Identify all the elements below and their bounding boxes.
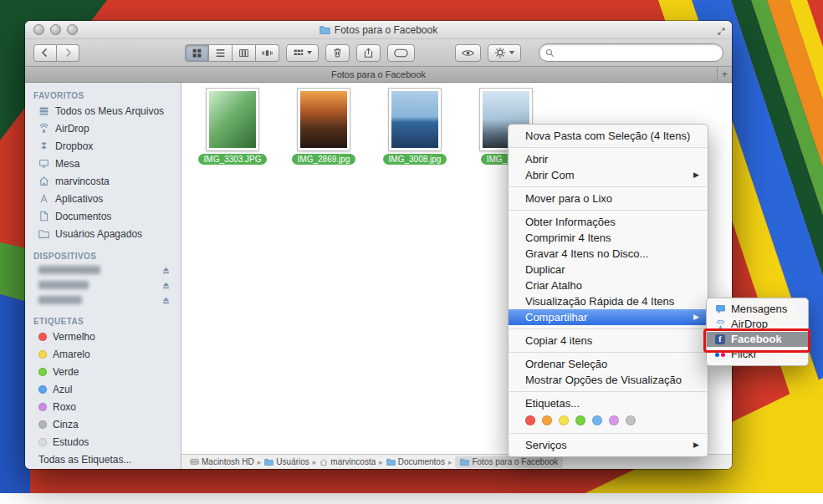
sidebar-item-mesa[interactable]: Mesa (25, 155, 181, 172)
sidebar-item-todos-os-meus-arquivos[interactable]: Todos os Meus Arquivos (25, 102, 181, 120)
breadcrumb-current-folder[interactable]: Fotos para o Facebook (455, 456, 563, 468)
tag-label: Roxo (53, 401, 76, 413)
fullscreen-button[interactable] (717, 24, 726, 39)
device-item-redacted[interactable] (25, 262, 181, 277)
submenu-arrow-icon: ▶ (693, 167, 699, 183)
zoom-button[interactable] (67, 24, 78, 35)
tag-dot-green[interactable] (575, 415, 585, 425)
menu-item-ordenar-selecao[interactable]: Ordenar Seleção (509, 356, 708, 372)
sidebar-item-usuarios-apagados[interactable]: Usuários Apagados (25, 225, 181, 242)
menu-item-abrir[interactable]: Abrir (509, 151, 708, 167)
menu-item-servicos[interactable]: Serviços▶ (509, 437, 708, 453)
quicklook-button[interactable] (455, 44, 481, 62)
menu-item-abrir-com[interactable]: Abrir Com▶ (509, 167, 708, 183)
breadcrumb-macintosh-hd[interactable]: Macintosh HD (190, 457, 254, 466)
file-item[interactable]: IMG_2869.jpg (296, 89, 351, 165)
tab-bar[interactable]: Fotos para o Facebook + (25, 67, 732, 83)
breadcrumb-usuarios[interactable]: Usuários (264, 457, 309, 466)
photo-thumbnail (298, 89, 350, 150)
eject-icon[interactable] (161, 266, 171, 275)
folder-icon (264, 458, 273, 466)
delete-button[interactable] (325, 44, 350, 62)
forward-button[interactable] (57, 44, 79, 62)
list-view-button[interactable] (209, 44, 233, 62)
applications-icon (38, 193, 49, 204)
device-item-redacted[interactable] (25, 293, 181, 308)
share-button[interactable] (356, 44, 381, 62)
menu-item-comprimir[interactable]: Comprimir 4 Itens (509, 230, 708, 246)
menu-item-mostrar-opcoes[interactable]: Mostrar Opções de Visualização (509, 372, 708, 388)
new-tab-button[interactable]: + (717, 67, 732, 82)
sidebar-tag-vermelho[interactable]: Vermelho (25, 328, 181, 345)
sidebar-tag-verde[interactable]: Verde (25, 363, 181, 380)
arrange-button[interactable] (286, 44, 319, 62)
tag-dot-blue[interactable] (592, 415, 602, 425)
sidebar-tag-todas-as-etiquetas[interactable]: Todas as Etiquetas... (25, 451, 181, 468)
column-view-button[interactable] (233, 44, 256, 62)
menu-item-mover-para-o-lixo[interactable]: Mover para o Lixo (509, 191, 708, 206)
sidebar-item-label: Todos os Meus Arquivos (55, 105, 164, 117)
menu-item-obter-informacoes[interactable]: Obter Informações (509, 214, 708, 230)
submenu-item-flickr[interactable]: Flickr (707, 347, 808, 362)
tag-dot (38, 438, 47, 446)
eject-icon[interactable] (161, 281, 171, 290)
submenu-item-airdrop[interactable]: AirDrop (707, 317, 808, 332)
sidebar-tag-estudos[interactable]: Estudos (25, 433, 181, 451)
icon-view-button[interactable] (185, 44, 209, 62)
sidebar-tag-azul[interactable]: Azul (25, 380, 181, 398)
search-field[interactable] (539, 43, 723, 62)
sidebar: FAVORITOS Todos os Meus Arquivos AirDrop… (25, 83, 181, 469)
sidebar-item-aplicativos[interactable]: Aplicativos (25, 190, 181, 207)
menu-item-gravar-no-disco[interactable]: Gravar 4 Itens no Disco... (509, 246, 708, 262)
sidebar-tag-amarelo[interactable]: Amarelo (25, 345, 181, 363)
sidebar-item-documentos[interactable]: Documentos (25, 207, 181, 225)
search-input[interactable] (558, 47, 717, 59)
tags-button[interactable] (387, 44, 415, 62)
back-button[interactable] (33, 44, 57, 62)
submenu-item-mensagens[interactable]: Mensagens (707, 302, 808, 317)
tag-dot-purple[interactable] (609, 415, 619, 425)
menu-item-copiar[interactable]: Copiar 4 itens (509, 333, 708, 349)
tag-dot-yellow[interactable] (559, 415, 569, 425)
flickr-icon (714, 353, 726, 357)
airdrop-icon (38, 123, 49, 134)
breadcrumb-documentos[interactable]: Documentos (386, 457, 445, 466)
sidebar-item-dropbox[interactable]: Dropbox (25, 137, 181, 155)
breadcrumb-marvincosta[interactable]: marvincosta (319, 457, 376, 466)
sidebar-tag-cinza[interactable]: Cinza (25, 415, 181, 433)
tag-label: Vermelho (53, 331, 95, 343)
file-item[interactable]: IMG_3008.jpg (387, 89, 442, 165)
title-bar[interactable]: Fotos para o Facebook (25, 21, 732, 39)
coverflow-view-button[interactable] (256, 44, 279, 62)
submenu-item-facebook[interactable]: f Facebook (707, 332, 808, 347)
tag-dot-gray[interactable] (626, 415, 636, 425)
menu-separator (509, 352, 707, 353)
tag-dot-orange[interactable] (542, 415, 552, 425)
tag-dot (38, 403, 47, 411)
sidebar-tag-roxo[interactable]: Roxo (25, 398, 181, 415)
share-submenu: Mensagens AirDrop f Facebook Flickr (706, 298, 809, 366)
menu-item-criar-atalho[interactable]: Criar Atalho (509, 277, 708, 293)
sidebar-item-airdrop[interactable]: AirDrop (25, 120, 181, 137)
breadcrumb-separator: ▸ (313, 458, 317, 466)
close-button[interactable] (33, 24, 44, 35)
tag-color-row (509, 411, 708, 430)
context-menu: Nova Pasta com Seleção (4 Itens) Abrir A… (508, 124, 708, 457)
menu-item-nova-pasta[interactable]: Nova Pasta com Seleção (4 Itens) (509, 128, 708, 144)
sidebar-item-marvincosta[interactable]: marvincosta (25, 172, 181, 190)
tag-dot (38, 420, 47, 429)
menu-separator (509, 328, 707, 329)
menu-item-duplicar[interactable]: Duplicar (509, 262, 708, 277)
menu-item-visualizacao-rapida[interactable]: Visualização Rápida de 4 Itens (509, 293, 708, 309)
menu-item-compartilhar[interactable]: Compartilhar▶ (509, 309, 708, 325)
desktop-icon (38, 158, 49, 169)
minimize-button[interactable] (50, 24, 61, 35)
menu-item-etiquetas[interactable]: Etiquetas... (509, 395, 708, 411)
action-button[interactable] (488, 44, 521, 62)
tag-label: Amarelo (53, 349, 90, 360)
device-item-redacted[interactable] (25, 277, 181, 293)
file-item[interactable]: IMG_3303.JPG (205, 89, 260, 165)
tag-dot-red[interactable] (525, 415, 535, 425)
eject-icon[interactable] (161, 296, 171, 305)
messages-icon (714, 304, 726, 314)
